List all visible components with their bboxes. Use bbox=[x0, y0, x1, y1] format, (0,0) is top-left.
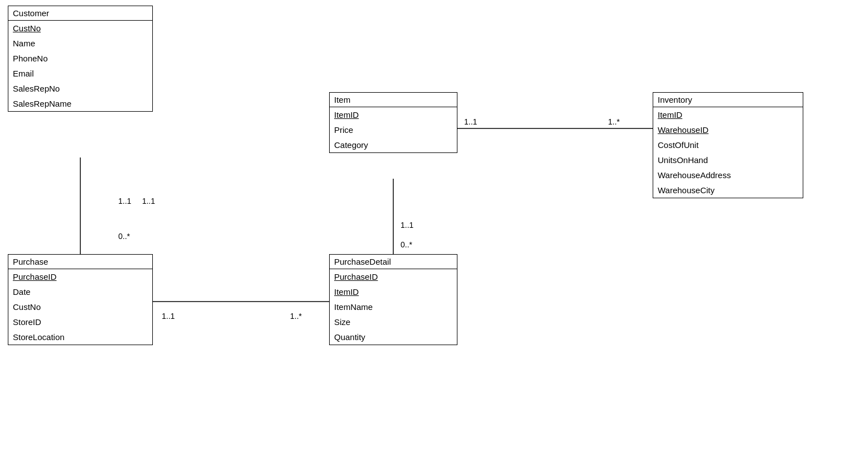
entity-purchasedetail-title: PurchaseDetail bbox=[330, 255, 457, 269]
attr-warehouseaddress: WarehouseAddress bbox=[653, 168, 803, 183]
entity-purchase-attrs: PurchaseID Date CustNo StoreID StoreLoca… bbox=[8, 269, 152, 345]
entity-item-attrs: ItemID Price Category bbox=[330, 107, 457, 152]
attr-purchaseid: PurchaseID bbox=[8, 269, 152, 284]
attr-quantity: Quantity bbox=[330, 329, 457, 345]
attr-size: Size bbox=[330, 314, 457, 329]
attr-warehousecity: WarehouseCity bbox=[653, 183, 803, 198]
attr-custno-purch: CustNo bbox=[8, 299, 152, 314]
entity-inventory-attrs: ItemID WarehouseID CostOfUnit UnitsOnHan… bbox=[653, 107, 803, 198]
entity-inventory-title: Inventory bbox=[653, 93, 803, 107]
attr-category: Category bbox=[330, 137, 457, 152]
card-item-inv-right: 1..* bbox=[608, 117, 620, 126]
attr-itemid-item: ItemID bbox=[330, 107, 457, 122]
entity-purchasedetail: PurchaseDetail PurchaseID ItemID ItemNam… bbox=[329, 254, 457, 345]
card-purch-pd-left: 1..1 bbox=[162, 312, 175, 321]
card-purch-pd-right: 1..* bbox=[290, 312, 302, 321]
entity-purchasedetail-attrs: PurchaseID ItemID ItemName Size Quantity bbox=[330, 269, 457, 345]
entity-purchase-title: Purchase bbox=[8, 255, 152, 269]
card-item-inv-left: 1..1 bbox=[464, 117, 477, 126]
attr-storelocation: StoreLocation bbox=[8, 329, 152, 345]
entity-inventory: Inventory ItemID WarehouseID CostOfUnit … bbox=[653, 92, 803, 198]
attr-costofunit: CostOfUnit bbox=[653, 137, 803, 152]
card-cust-purch-top-2: 1..1 bbox=[118, 197, 131, 206]
attr-custno: CustNo bbox=[8, 21, 152, 36]
attr-itemname: ItemName bbox=[330, 299, 457, 314]
attr-phoneno: PhoneNo bbox=[8, 51, 152, 66]
attr-storeid: StoreID bbox=[8, 314, 152, 329]
attr-name: Name bbox=[8, 36, 152, 51]
entity-item: Item ItemID Price Category bbox=[329, 92, 457, 153]
card-cust-purch-top: 1..1 bbox=[142, 197, 155, 206]
card-item-pd-top: 1..1 bbox=[401, 221, 413, 230]
entity-customer-title: Customer bbox=[8, 6, 152, 21]
diagram-canvas: 1..1 1..1 0..* 1..1 1..* 1..1 0..* 1..1 … bbox=[0, 0, 868, 449]
attr-itemid-inv: ItemID bbox=[653, 107, 803, 122]
attr-email: Email bbox=[8, 66, 152, 81]
card-cust-purch-bottom: 0..* bbox=[118, 232, 130, 241]
attr-unitsonhand: UnitsOnHand bbox=[653, 152, 803, 168]
entity-customer: Customer CustNo Name PhoneNo Email Sales… bbox=[8, 6, 153, 112]
attr-purchaseid-pd: PurchaseID bbox=[330, 269, 457, 284]
card-item-pd-bottom: 0..* bbox=[401, 240, 412, 249]
attr-price: Price bbox=[330, 122, 457, 137]
attr-salesrepno: SalesRepNo bbox=[8, 81, 152, 96]
entity-purchase: Purchase PurchaseID Date CustNo StoreID … bbox=[8, 254, 153, 345]
entity-customer-attrs: CustNo Name PhoneNo Email SalesRepNo Sal… bbox=[8, 21, 152, 111]
attr-itemid-pd: ItemID bbox=[330, 284, 457, 299]
attr-date: Date bbox=[8, 284, 152, 299]
attr-salesrepname: SalesRepName bbox=[8, 96, 152, 111]
entity-item-title: Item bbox=[330, 93, 457, 107]
attr-warehouseid: WarehouseID bbox=[653, 122, 803, 137]
